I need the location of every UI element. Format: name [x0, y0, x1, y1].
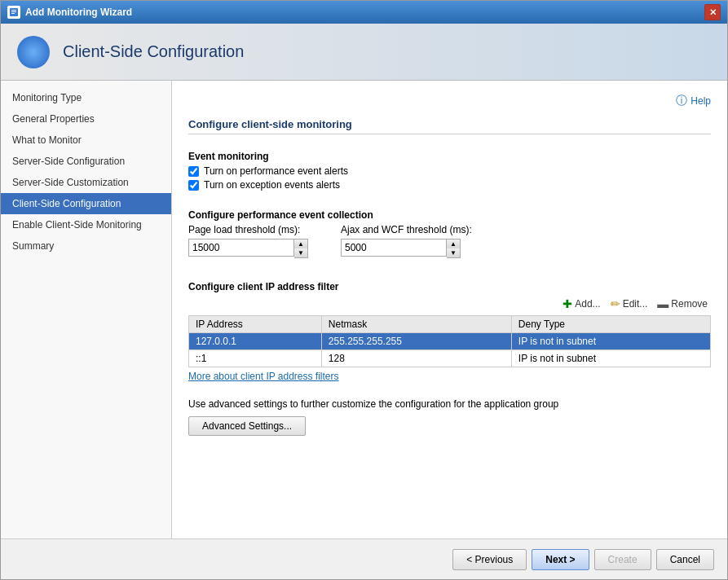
- ip-filter-section: Configure client IP address filter ✚ Add…: [188, 275, 711, 382]
- performance-collection-title: Configure performance event collection: [188, 209, 711, 221]
- col-netmask: Netmask: [321, 316, 511, 333]
- add-button[interactable]: ✚ Add...: [559, 296, 603, 312]
- edit-button[interactable]: ✏ Edit...: [607, 296, 651, 312]
- cell-netmask-2: 128: [321, 350, 511, 367]
- footer: < Previous Next > Create Cancel: [1, 538, 727, 579]
- header-title: Client-Side Configuration: [63, 42, 244, 61]
- ajax-spinner-buttons: ▲ ▼: [447, 239, 461, 258]
- ajax-field: Ajax and WCF threshold (ms): ▲ ▼: [341, 224, 472, 258]
- perf-events-label: Turn on performance event alerts: [204, 165, 348, 177]
- page-load-spinner: ▲ ▼: [188, 239, 308, 258]
- sidebar-item-enable-client-side[interactable]: Enable Client-Side Monitoring: [1, 214, 171, 235]
- section-title: Configure client-side monitoring: [188, 118, 711, 134]
- cell-deny-2: IP is not in subnet: [511, 350, 710, 367]
- sidebar-item-server-side-custom[interactable]: Server-Side Customization: [1, 172, 171, 193]
- page-load-input[interactable]: [188, 239, 294, 257]
- previous-button[interactable]: < Previous: [452, 549, 527, 570]
- title-bar: Add Monitoring Wizard ✕: [1, 1, 727, 24]
- sidebar: Monitoring Type General Properties What …: [1, 81, 172, 538]
- ip-filter-title: Configure client IP address filter: [188, 281, 711, 292]
- exception-events-checkbox[interactable]: [188, 180, 199, 191]
- exception-events-label: Turn on exception events alerts: [204, 179, 340, 191]
- create-button[interactable]: Create: [594, 549, 651, 570]
- table-header-row: IP Address Netmask Deny Type: [189, 316, 711, 333]
- ajax-up-btn[interactable]: ▲: [447, 239, 460, 248]
- sidebar-item-server-side-config[interactable]: Server-Side Configuration: [1, 151, 171, 172]
- remove-button[interactable]: ▬ Remove: [654, 296, 711, 312]
- sidebar-item-monitoring-type[interactable]: Monitoring Type: [1, 87, 171, 108]
- ip-filter-toolbar: ✚ Add... ✏ Edit... ▬ Remove: [188, 296, 711, 312]
- header: Client-Side Configuration: [1, 24, 727, 81]
- edit-icon: ✏: [611, 297, 620, 310]
- body: Monitoring Type General Properties What …: [1, 81, 727, 538]
- event-monitoring-title: Event monitoring: [188, 151, 711, 162]
- ajax-label: Ajax and WCF threshold (ms):: [341, 224, 472, 235]
- add-icon: ✚: [563, 297, 572, 310]
- page-load-up-btn[interactable]: ▲: [294, 239, 307, 248]
- table-row[interactable]: 127.0.0.1 255.255.255.255 IP is not in s…: [189, 333, 711, 350]
- col-deny-type: Deny Type: [511, 316, 710, 333]
- cell-deny-1: IP is not in subnet: [511, 333, 710, 350]
- page-load-down-btn[interactable]: ▼: [294, 248, 307, 257]
- page-load-label: Page load threshold (ms):: [188, 224, 308, 235]
- col-ip-address: IP Address: [189, 316, 322, 333]
- checkbox-row-exception: Turn on exception events alerts: [188, 179, 711, 191]
- page-load-field: Page load threshold (ms): ▲ ▼: [188, 224, 308, 258]
- event-monitoring-section: Event monitoring Turn on performance eve…: [188, 144, 711, 193]
- window-icon: [7, 6, 20, 19]
- cancel-button[interactable]: Cancel: [656, 549, 714, 570]
- next-button[interactable]: Next >: [532, 549, 589, 570]
- ip-table: IP Address Netmask Deny Type 127.0.0.1 2…: [188, 315, 711, 367]
- sidebar-item-what-to-monitor[interactable]: What to Monitor: [1, 130, 171, 151]
- advanced-section: Use advanced settings to further customi…: [188, 398, 711, 436]
- ip-filter-link[interactable]: More about client IP address filters: [188, 371, 339, 382]
- advanced-settings-button[interactable]: Advanced Settings...: [188, 416, 306, 436]
- help-row: ⓘ Help: [188, 94, 711, 108]
- checkbox-row-perf: Turn on performance event alerts: [188, 165, 711, 177]
- sidebar-item-general-properties[interactable]: General Properties: [1, 108, 171, 130]
- page-load-spinner-buttons: ▲ ▼: [294, 239, 308, 258]
- table-row[interactable]: ::1 128 IP is not in subnet: [189, 350, 711, 367]
- sidebar-item-client-side-config[interactable]: Client-Side Configuration: [1, 193, 171, 214]
- main-content: ⓘ Help Configure client-side monitoring …: [172, 81, 727, 538]
- perf-events-checkbox[interactable]: [188, 166, 199, 177]
- remove-label: Remove: [671, 298, 708, 310]
- svg-rect-3: [11, 13, 15, 14]
- ajax-spinner: ▲ ▼: [341, 239, 472, 258]
- cell-ip-2: ::1: [189, 350, 322, 367]
- threshold-fields: Page load threshold (ms): ▲ ▼ Ajax and W…: [188, 224, 711, 258]
- svg-rect-1: [11, 11, 16, 12]
- edit-label: Edit...: [623, 298, 648, 310]
- performance-collection-section: Configure performance event collection P…: [188, 203, 711, 258]
- ajax-down-btn[interactable]: ▼: [447, 248, 460, 257]
- cell-ip-1: 127.0.0.1: [189, 333, 322, 350]
- add-label: Add...: [575, 298, 600, 310]
- help-link[interactable]: Help: [690, 95, 711, 107]
- remove-icon: ▬: [657, 297, 668, 310]
- window-title: Add Monitoring Wizard: [25, 7, 699, 18]
- window: Add Monitoring Wizard ✕ Client-Side Conf…: [0, 0, 728, 580]
- advanced-description: Use advanced settings to further customi…: [188, 398, 711, 410]
- svg-rect-2: [11, 10, 16, 11]
- close-button[interactable]: ✕: [704, 4, 721, 20]
- ajax-input[interactable]: [341, 239, 447, 257]
- help-icon: ⓘ: [676, 94, 687, 108]
- sidebar-item-summary[interactable]: Summary: [1, 235, 171, 257]
- cell-netmask-1: 255.255.255.255: [321, 333, 511, 350]
- header-icon: [17, 36, 50, 68]
